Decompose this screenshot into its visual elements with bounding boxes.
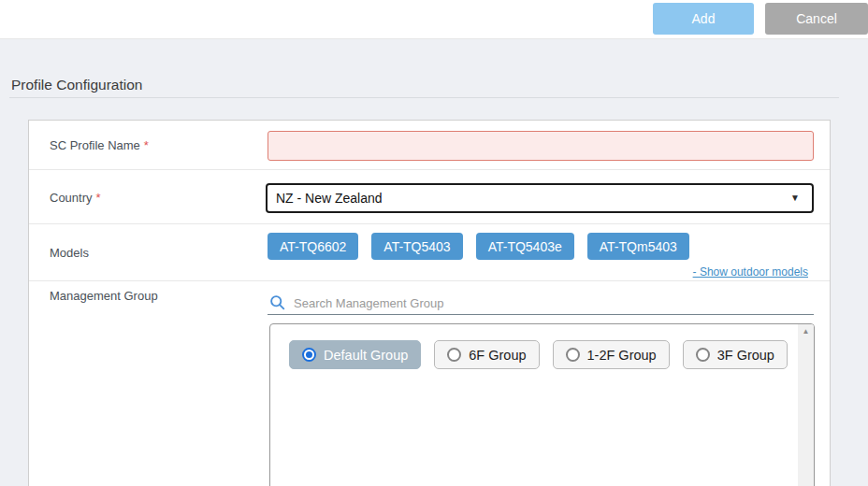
group-pill-label: Default Group: [324, 348, 408, 363]
page-title: Profile Configuration: [11, 77, 142, 93]
radio-icon: [566, 348, 580, 362]
group-radio-pill[interactable]: Default Group: [289, 340, 421, 369]
show-outdoor-models-link[interactable]: - Show outdoor models: [693, 265, 808, 279]
title-divider: [9, 97, 839, 98]
radio-dot-icon: [306, 351, 312, 358]
models-row: Models AT-TQ6602AT-TQ5403AT-TQ5403eAT-TQ…: [29, 224, 830, 281]
group-pills: Default Group 6F Group 1-2F Group 3F G: [289, 340, 788, 369]
required-asterisk: *: [96, 190, 101, 204]
model-button[interactable]: AT-TQ5403e: [476, 233, 574, 260]
group-radio-pill[interactable]: 1-2F Group: [553, 340, 670, 369]
add-button[interactable]: Add: [653, 3, 754, 35]
top-action-bar: Add Cancel: [0, 0, 868, 39]
country-label: Country*: [50, 190, 101, 204]
profile-name-row: SC Profile Name*: [29, 121, 830, 170]
model-button[interactable]: AT-TQ6602: [268, 233, 358, 260]
search-input[interactable]: [294, 294, 814, 313]
country-select[interactable]: NZ - New Zealand ▼: [266, 183, 814, 213]
search-icon: [269, 294, 285, 310]
management-group-label: Management Group: [50, 289, 158, 303]
radio-icon: [447, 348, 461, 362]
required-asterisk: *: [144, 138, 149, 152]
radio-icon: [302, 348, 316, 362]
chevron-down-icon: ▼: [790, 185, 800, 211]
group-pill-label: 6F Group: [469, 348, 526, 363]
group-list-box: Default Group 6F Group 1-2F Group 3F G: [269, 323, 815, 486]
model-buttons: AT-TQ6602AT-TQ5403AT-TQ5403eAT-TQm5403: [268, 233, 689, 260]
country-label-text: Country: [50, 190, 93, 204]
group-pill-label: 1-2F Group: [587, 348, 657, 363]
model-button[interactable]: AT-TQ5403: [371, 233, 462, 260]
management-group-search: [268, 293, 814, 315]
scroll-up-icon[interactable]: ▲: [798, 327, 814, 336]
group-radio-pill[interactable]: 6F Group: [434, 340, 539, 369]
profile-name-label: SC Profile Name*: [50, 138, 149, 152]
scrollbar[interactable]: ▲: [798, 324, 814, 486]
management-group-row: Management Group Default Group 6F Grou: [29, 281, 830, 486]
cancel-button[interactable]: Cancel: [765, 3, 868, 35]
profile-name-input[interactable]: [268, 131, 814, 161]
profile-configuration-card: SC Profile Name* Country* NZ - New Zeala…: [28, 120, 831, 486]
model-button[interactable]: AT-TQm5403: [587, 233, 689, 260]
country-row: Country* NZ - New Zealand ▼: [29, 170, 830, 224]
group-radio-pill[interactable]: 3F Group: [683, 340, 788, 369]
group-pill-label: 3F Group: [717, 348, 774, 363]
radio-icon: [696, 348, 710, 362]
models-label: Models: [50, 246, 89, 260]
profile-name-label-text: SC Profile Name: [50, 138, 140, 152]
country-selected-value: NZ - New Zealand: [276, 191, 383, 206]
